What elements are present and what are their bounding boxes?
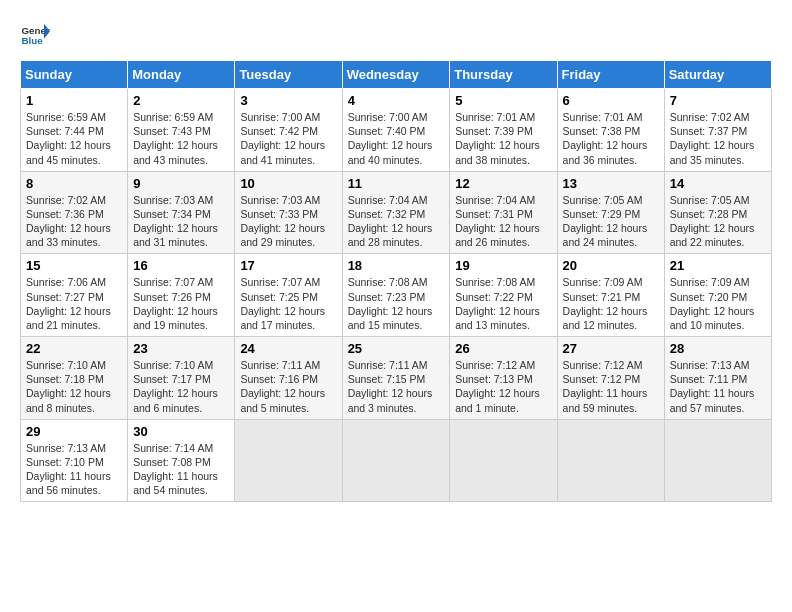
day-number: 1 [26, 93, 122, 108]
calendar-cell: 1Sunrise: 6:59 AMSunset: 7:44 PMDaylight… [21, 89, 128, 172]
weekday-header-tuesday: Tuesday [235, 61, 342, 89]
calendar-cell [450, 419, 557, 502]
page-header: General Blue [20, 20, 772, 50]
calendar-cell [342, 419, 450, 502]
calendar-table: SundayMondayTuesdayWednesdayThursdayFrid… [20, 60, 772, 502]
weekday-header-thursday: Thursday [450, 61, 557, 89]
weekday-header-friday: Friday [557, 61, 664, 89]
day-info: Sunrise: 7:03 AMSunset: 7:33 PMDaylight:… [240, 193, 336, 250]
calendar-cell: 26Sunrise: 7:12 AMSunset: 7:13 PMDayligh… [450, 337, 557, 420]
calendar-cell: 13Sunrise: 7:05 AMSunset: 7:29 PMDayligh… [557, 171, 664, 254]
weekday-header-row: SundayMondayTuesdayWednesdayThursdayFrid… [21, 61, 772, 89]
day-info: Sunrise: 7:05 AMSunset: 7:28 PMDaylight:… [670, 193, 766, 250]
day-info: Sunrise: 7:01 AMSunset: 7:38 PMDaylight:… [563, 110, 659, 167]
calendar-cell: 19Sunrise: 7:08 AMSunset: 7:22 PMDayligh… [450, 254, 557, 337]
logo: General Blue [20, 20, 50, 50]
day-number: 20 [563, 258, 659, 273]
weekday-header-wednesday: Wednesday [342, 61, 450, 89]
day-number: 18 [348, 258, 445, 273]
day-number: 4 [348, 93, 445, 108]
calendar-cell [235, 419, 342, 502]
calendar-week-1: 8Sunrise: 7:02 AMSunset: 7:36 PMDaylight… [21, 171, 772, 254]
day-info: Sunrise: 7:02 AMSunset: 7:37 PMDaylight:… [670, 110, 766, 167]
day-info: Sunrise: 7:09 AMSunset: 7:21 PMDaylight:… [563, 275, 659, 332]
day-info: Sunrise: 7:02 AMSunset: 7:36 PMDaylight:… [26, 193, 122, 250]
calendar-cell: 11Sunrise: 7:04 AMSunset: 7:32 PMDayligh… [342, 171, 450, 254]
calendar-cell: 15Sunrise: 7:06 AMSunset: 7:27 PMDayligh… [21, 254, 128, 337]
day-number: 19 [455, 258, 551, 273]
day-number: 16 [133, 258, 229, 273]
day-info: Sunrise: 7:01 AMSunset: 7:39 PMDaylight:… [455, 110, 551, 167]
day-number: 8 [26, 176, 122, 191]
day-info: Sunrise: 7:08 AMSunset: 7:22 PMDaylight:… [455, 275, 551, 332]
calendar-cell: 17Sunrise: 7:07 AMSunset: 7:25 PMDayligh… [235, 254, 342, 337]
calendar-cell: 6Sunrise: 7:01 AMSunset: 7:38 PMDaylight… [557, 89, 664, 172]
calendar-cell: 29Sunrise: 7:13 AMSunset: 7:10 PMDayligh… [21, 419, 128, 502]
day-info: Sunrise: 7:10 AMSunset: 7:18 PMDaylight:… [26, 358, 122, 415]
day-info: Sunrise: 7:12 AMSunset: 7:13 PMDaylight:… [455, 358, 551, 415]
calendar-cell: 14Sunrise: 7:05 AMSunset: 7:28 PMDayligh… [664, 171, 771, 254]
day-number: 21 [670, 258, 766, 273]
calendar-cell: 8Sunrise: 7:02 AMSunset: 7:36 PMDaylight… [21, 171, 128, 254]
calendar-cell: 2Sunrise: 6:59 AMSunset: 7:43 PMDaylight… [128, 89, 235, 172]
calendar-cell: 5Sunrise: 7:01 AMSunset: 7:39 PMDaylight… [450, 89, 557, 172]
calendar-cell: 10Sunrise: 7:03 AMSunset: 7:33 PMDayligh… [235, 171, 342, 254]
svg-text:Blue: Blue [22, 35, 44, 46]
calendar-cell: 16Sunrise: 7:07 AMSunset: 7:26 PMDayligh… [128, 254, 235, 337]
day-info: Sunrise: 7:12 AMSunset: 7:12 PMDaylight:… [563, 358, 659, 415]
calendar-cell: 22Sunrise: 7:10 AMSunset: 7:18 PMDayligh… [21, 337, 128, 420]
day-info: Sunrise: 7:11 AMSunset: 7:15 PMDaylight:… [348, 358, 445, 415]
day-info: Sunrise: 7:14 AMSunset: 7:08 PMDaylight:… [133, 441, 229, 498]
calendar-week-2: 15Sunrise: 7:06 AMSunset: 7:27 PMDayligh… [21, 254, 772, 337]
day-info: Sunrise: 7:11 AMSunset: 7:16 PMDaylight:… [240, 358, 336, 415]
day-info: Sunrise: 7:13 AMSunset: 7:11 PMDaylight:… [670, 358, 766, 415]
day-number: 28 [670, 341, 766, 356]
day-number: 29 [26, 424, 122, 439]
day-number: 27 [563, 341, 659, 356]
day-info: Sunrise: 7:09 AMSunset: 7:20 PMDaylight:… [670, 275, 766, 332]
day-info: Sunrise: 7:06 AMSunset: 7:27 PMDaylight:… [26, 275, 122, 332]
weekday-header-monday: Monday [128, 61, 235, 89]
day-number: 5 [455, 93, 551, 108]
day-number: 2 [133, 93, 229, 108]
calendar-cell [664, 419, 771, 502]
calendar-cell: 24Sunrise: 7:11 AMSunset: 7:16 PMDayligh… [235, 337, 342, 420]
day-info: Sunrise: 7:00 AMSunset: 7:40 PMDaylight:… [348, 110, 445, 167]
day-number: 17 [240, 258, 336, 273]
day-info: Sunrise: 6:59 AMSunset: 7:43 PMDaylight:… [133, 110, 229, 167]
calendar-cell: 18Sunrise: 7:08 AMSunset: 7:23 PMDayligh… [342, 254, 450, 337]
day-number: 9 [133, 176, 229, 191]
calendar-cell: 12Sunrise: 7:04 AMSunset: 7:31 PMDayligh… [450, 171, 557, 254]
calendar-cell: 20Sunrise: 7:09 AMSunset: 7:21 PMDayligh… [557, 254, 664, 337]
calendar-cell: 30Sunrise: 7:14 AMSunset: 7:08 PMDayligh… [128, 419, 235, 502]
calendar-cell: 3Sunrise: 7:00 AMSunset: 7:42 PMDaylight… [235, 89, 342, 172]
calendar-cell: 4Sunrise: 7:00 AMSunset: 7:40 PMDaylight… [342, 89, 450, 172]
day-info: Sunrise: 7:04 AMSunset: 7:32 PMDaylight:… [348, 193, 445, 250]
day-number: 24 [240, 341, 336, 356]
day-number: 3 [240, 93, 336, 108]
day-info: Sunrise: 7:08 AMSunset: 7:23 PMDaylight:… [348, 275, 445, 332]
calendar-cell: 7Sunrise: 7:02 AMSunset: 7:37 PMDaylight… [664, 89, 771, 172]
calendar-cell: 9Sunrise: 7:03 AMSunset: 7:34 PMDaylight… [128, 171, 235, 254]
weekday-header-sunday: Sunday [21, 61, 128, 89]
day-number: 23 [133, 341, 229, 356]
day-number: 15 [26, 258, 122, 273]
weekday-header-saturday: Saturday [664, 61, 771, 89]
logo-icon: General Blue [20, 20, 50, 50]
day-number: 6 [563, 93, 659, 108]
day-info: Sunrise: 7:10 AMSunset: 7:17 PMDaylight:… [133, 358, 229, 415]
day-number: 14 [670, 176, 766, 191]
day-number: 22 [26, 341, 122, 356]
day-info: Sunrise: 7:00 AMSunset: 7:42 PMDaylight:… [240, 110, 336, 167]
calendar-cell: 21Sunrise: 7:09 AMSunset: 7:20 PMDayligh… [664, 254, 771, 337]
calendar-week-0: 1Sunrise: 6:59 AMSunset: 7:44 PMDaylight… [21, 89, 772, 172]
day-info: Sunrise: 6:59 AMSunset: 7:44 PMDaylight:… [26, 110, 122, 167]
day-info: Sunrise: 7:07 AMSunset: 7:26 PMDaylight:… [133, 275, 229, 332]
calendar-cell [557, 419, 664, 502]
day-number: 12 [455, 176, 551, 191]
day-number: 25 [348, 341, 445, 356]
calendar-week-4: 29Sunrise: 7:13 AMSunset: 7:10 PMDayligh… [21, 419, 772, 502]
day-info: Sunrise: 7:03 AMSunset: 7:34 PMDaylight:… [133, 193, 229, 250]
day-info: Sunrise: 7:13 AMSunset: 7:10 PMDaylight:… [26, 441, 122, 498]
day-number: 26 [455, 341, 551, 356]
